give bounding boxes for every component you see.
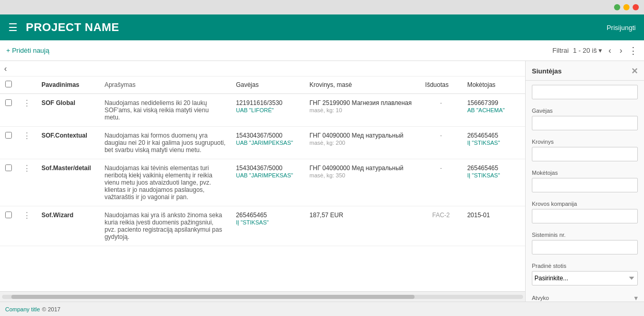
row-menu-cell: ⋮ — [18, 94, 37, 127]
row-gavej-sub: UAB "JARIMPEKSAS" — [236, 172, 293, 178]
row-gavej-sub: IĮ "STIKSAS" — [236, 219, 268, 225]
right-filter-panel: Siuntėjas ✕ Gavėjas Krovinys Mokėtojas K… — [525, 61, 644, 302]
row-desc: Naudojamas kai formos duomenų yra daugia… — [99, 127, 231, 159]
col-header-name: Pavadinimas — [36, 77, 99, 94]
window-btn-yellow[interactable] — [623, 4, 630, 10]
window-btn-green[interactable] — [614, 4, 620, 10]
row-desc: Naudojamas nedideliems iki 20 laukų SOF'… — [99, 94, 231, 127]
menu-icon[interactable]: ☰ — [8, 21, 18, 34]
row-menu-button[interactable]: ⋮ — [23, 131, 31, 140]
col-header-desc: Aprašymas — [99, 77, 231, 94]
scroll-thumb[interactable] — [11, 295, 415, 299]
atvyko-toggle[interactable]: Atvyko ▾ — [532, 294, 638, 302]
panel-close-button[interactable]: ✕ — [631, 66, 638, 76]
row-checkbox[interactable] — [5, 99, 12, 106]
gavėjas-label: Gavėjas — [532, 108, 638, 114]
atvyko-section: Atvyko ▾ — [526, 290, 644, 302]
login-button[interactable]: Prisijungti — [607, 24, 636, 32]
row-krov-sub: masė, kg: 10 — [310, 107, 342, 113]
pradinė-stotis-select[interactable]: Pasirinkite... — [532, 271, 638, 285]
table-area: ‹ Pavadinimas Aprašymas Gavėjas Krovinys… — [0, 61, 525, 302]
row-checkbox[interactable] — [5, 132, 12, 139]
krovos-kompanija-section: Krovos kompanija — [526, 197, 644, 228]
mokėtojas-input[interactable] — [532, 178, 638, 192]
gavėjas-section: Gavėjas — [526, 103, 644, 134]
row-gavej-sub: UAB "JARIMPEKSAS" — [236, 140, 293, 146]
row-checkbox[interactable] — [5, 164, 12, 171]
row-checkbox-cell — [0, 206, 18, 246]
col-header-mok: Mokėtojas — [462, 77, 525, 94]
header: ☰ PROJECT NAME Prisijungti — [0, 14, 644, 40]
row-mok-sub: IĮ "STIKSAS" — [467, 172, 500, 178]
main-content: ‹ Pavadinimas Aprašymas Gavėjas Krovinys… — [0, 61, 644, 302]
row-menu-button[interactable]: ⋮ — [23, 164, 31, 173]
sisteminis-nr-input[interactable] — [532, 240, 638, 254]
select-all-checkbox[interactable] — [5, 81, 12, 87]
row-checkbox-cell — [0, 127, 18, 159]
add-new-button[interactable]: + Pridėti naują — [6, 47, 49, 54]
more-options-button[interactable]: ⋮ — [628, 45, 638, 56]
scroll-track — [2, 295, 523, 299]
row-mok-sub: AB "ACHEMA" — [467, 107, 505, 113]
krovinys-section: Krovinys — [526, 134, 644, 165]
add-icon: + Pridėti naują — [6, 47, 49, 54]
back-button[interactable]: ‹ — [4, 64, 7, 73]
toolbar: + Pridėti naują Filtrai 1 - 20 iš ▾ ‹ › … — [0, 40, 644, 61]
mokėtojas-section: Mokėtojas — [526, 165, 644, 197]
row-menu-cell: ⋮ — [18, 206, 37, 246]
table-scroll[interactable]: Pavadinimas Aprašymas Gavėjas Krovinys, … — [0, 77, 525, 291]
row-isduotas: - — [420, 159, 462, 206]
row-isduotas: - — [420, 94, 462, 127]
row-krov: ГНГ 04090000 Мед натуральный masė, kg: 2… — [304, 127, 420, 159]
row-checkbox[interactable] — [5, 212, 12, 218]
row-name: Sof.Wizard — [36, 206, 99, 246]
row-name: Sof.Master/detail — [36, 159, 99, 206]
krovinys-label: Krovinys — [532, 139, 638, 145]
table-row: ⋮ Sof.Wizard Naudojamas kai yra iš ankst… — [0, 206, 525, 246]
row-krov: ГНГ 25199090 Магнезия плавленая masė, kg… — [304, 94, 420, 127]
row-desc: Naudojamas kai yra iš anksto žinoma seka… — [99, 206, 231, 246]
pradinė-stotis-label: Pradinė stotis — [532, 263, 638, 269]
next-page-button[interactable]: › — [618, 45, 624, 56]
row-menu-button[interactable]: ⋮ — [23, 99, 31, 108]
row-menu-cell: ⋮ — [18, 127, 37, 159]
siuntėjas-section — [526, 81, 644, 103]
row-krov-sub: masė, kg: 350 — [310, 172, 345, 178]
table-row: ⋮ Sof.Master/detail Naudojamas kai tėvin… — [0, 159, 525, 206]
row-name: SOF.Contextual — [36, 127, 99, 159]
sisteminis-nr-label: Sisteminis nr. — [532, 232, 638, 238]
row-menu-cell: ⋮ — [18, 159, 37, 206]
row-checkbox-cell — [0, 159, 18, 206]
krovinys-input[interactable] — [532, 147, 638, 161]
row-krov-sub: masė, kg: 200 — [310, 140, 345, 146]
copyright: © 2017 — [42, 306, 60, 312]
pradinė-stotis-section: Pradinė stotis Pasirinkite... — [526, 259, 644, 290]
row-krov: ГНГ 04090000 Мед натуральный masė, kg: 3… — [304, 159, 420, 206]
col-header-check — [0, 77, 18, 94]
row-gavej-sub: UAB "LIFORĖ" — [236, 107, 273, 113]
row-gavej: 154304367/5000 UAB "JARIMPEKSAS" — [231, 159, 304, 206]
mokėtojas-label: Mokėtojas — [532, 170, 638, 176]
filter-label: Filtrai — [553, 47, 569, 54]
row-menu-button[interactable]: ⋮ — [23, 211, 31, 220]
prev-page-button[interactable]: ‹ — [606, 45, 613, 56]
row-mok: 2015-01 — [462, 206, 525, 246]
gavėjas-input[interactable] — [532, 116, 638, 130]
sisteminis-nr-section: Sisteminis nr. — [526, 228, 644, 259]
col-header-krov: Krovinys, masė — [304, 77, 420, 94]
table-row: ⋮ SOF.Contextual Naudojamas kai formos d… — [0, 127, 525, 159]
window-btn-red[interactable] — [633, 4, 639, 10]
company-title: Company title — [5, 306, 40, 312]
footer: Company title © 2017 — [0, 302, 644, 316]
horizontal-scrollbar[interactable] — [0, 291, 525, 302]
krovos-kompanija-input[interactable] — [532, 209, 638, 223]
row-gavej: 121911616/3530 UAB "LIFORĖ" — [231, 94, 304, 127]
page-info[interactable]: 1 - 20 iš ▾ — [573, 47, 602, 54]
row-isduotas: - — [420, 127, 462, 159]
siuntėjas-input[interactable] — [532, 85, 638, 99]
back-nav: ‹ — [0, 61, 525, 77]
row-gavej: 265465465 IĮ "STIKSAS" — [231, 206, 304, 246]
toolbar-right: Filtrai 1 - 20 iš ▾ ‹ › ⋮ — [553, 45, 638, 56]
row-isduotas: FAC-2 — [420, 206, 462, 246]
row-mok: 265465465 IĮ "STIKSAS" — [462, 159, 525, 206]
